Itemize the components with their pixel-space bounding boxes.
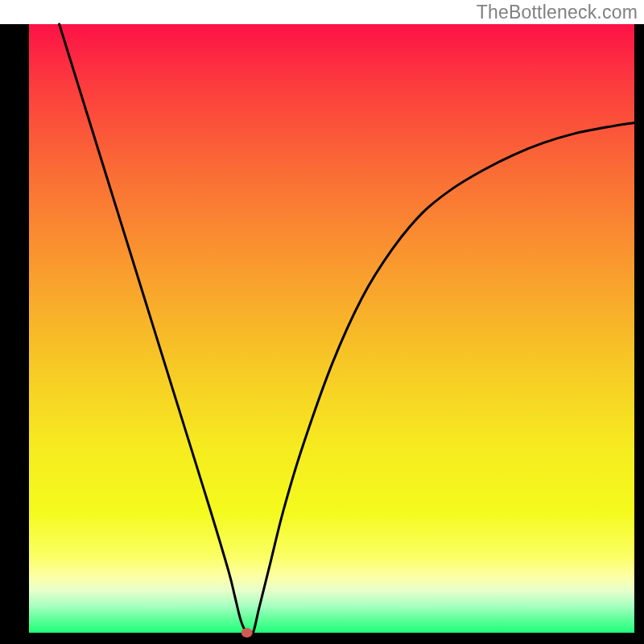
chart-marker-dot xyxy=(242,628,253,638)
chart-plot-area xyxy=(29,24,634,633)
chart-svg xyxy=(0,0,644,644)
chart-container: TheBottleneck.com xyxy=(0,0,644,644)
watermark-text: TheBottleneck.com xyxy=(477,2,638,23)
